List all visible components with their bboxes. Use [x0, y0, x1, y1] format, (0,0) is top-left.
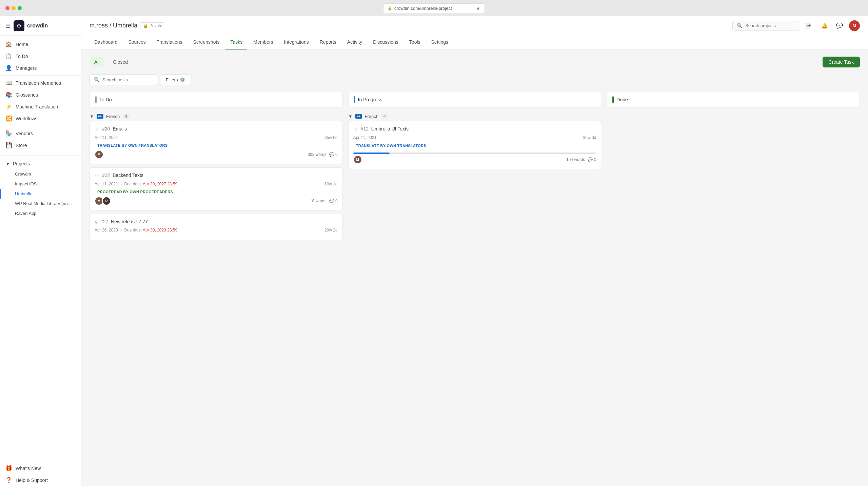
task-card-12[interactable]: ☆ #12 Umbrella UI Texts Apr 11, 2021 35w… — [348, 121, 601, 169]
filter-closed-button[interactable]: Closed — [108, 57, 133, 67]
hamburger-menu[interactable]: ☰ — [5, 23, 10, 29]
tasks-area: All Closed Create Task 🔍 Filters ⚙️ — [81, 50, 868, 486]
task-card-20[interactable]: ☆ #20 Emails Apr 11, 2021 35w 0d — [90, 121, 343, 164]
tab-translations[interactable]: Translations — [152, 35, 187, 49]
tab-tasks[interactable]: Tasks — [225, 35, 247, 49]
add-button[interactable]: ＋ — [804, 20, 815, 31]
language-group-french-todo: ▼ FR French 4 ☆ #20 Emails — [90, 112, 343, 240]
whats-new-icon: 🎁 — [5, 465, 12, 471]
project-crowdin[interactable]: Crowdin — [0, 169, 81, 179]
sidebar-item-whats-new[interactable]: 🎁 What's New — [0, 462, 81, 474]
task-27-title: #27 New release 7.77 — [100, 219, 148, 224]
filters-button[interactable]: Filters ⚙️ — [161, 74, 190, 85]
sidebar-label-machine-translation: Machine Translation — [16, 104, 58, 109]
sidebar-item-workflows[interactable]: 🔀 Workflows — [0, 113, 81, 124]
minimize-button[interactable] — [12, 6, 16, 10]
brand[interactable]: crowdin — [14, 20, 48, 31]
projects-collapse[interactable]: ▼ Projects — [0, 158, 81, 169]
tab-activity[interactable]: Activity — [342, 35, 367, 49]
sidebar-item-machine-translation[interactable]: ⚡ Machine Translation — [0, 101, 81, 113]
sidebar-item-todo[interactable]: 📋 To Do — [0, 50, 81, 62]
task-20-num: #20 — [102, 126, 110, 131]
task-12-num: #12 — [361, 126, 369, 131]
french-group-toggle[interactable]: ▼ FR French 4 — [90, 112, 343, 121]
task-22-date: Apr 11, 2021 → Due date: Apr 30, 2027 23… — [95, 182, 177, 186]
task-12-progress-bar — [353, 153, 596, 154]
column-todo-header: To Do — [90, 92, 343, 107]
todo-indicator — [95, 96, 97, 103]
project-umbrella[interactable]: Umbrella — [0, 189, 81, 199]
task-20-title: #20 Emails — [102, 126, 127, 131]
tab-tools[interactable]: Tools — [405, 35, 425, 49]
task-card-27[interactable]: # #27 New release 7.77 Apr 26, 2023 → Du… — [90, 214, 343, 240]
task-card-22[interactable]: ☆ #22 Backend Texts Apr 11, 2021 → Due d… — [90, 167, 343, 210]
brand-logo — [14, 20, 24, 31]
assignee-2-avatar: R — [102, 197, 111, 205]
task-12-progress-fill — [353, 153, 390, 154]
tab-screenshots[interactable]: Screenshots — [189, 35, 224, 49]
task-12-star[interactable]: ☆ — [353, 126, 358, 133]
bookmark-icon[interactable]: ★ — [476, 5, 480, 12]
column-in-progress: In Progress ▼ FR French 4 ☆ — [348, 92, 601, 244]
tasks-search-bar[interactable]: 🔍 — [90, 74, 157, 85]
project-raven-app[interactable]: Raven App — [0, 208, 81, 218]
sidebar: ☰ crowdin 🏠 Home 📋 To Do — [0, 16, 81, 486]
workflows-icon: 🔀 — [5, 115, 12, 122]
tab-members[interactable]: Members — [249, 35, 278, 49]
column-done-header: Done — [607, 92, 860, 107]
main-nav: 🏠 Home 📋 To Do 👤 Managers 📖 Translation … — [0, 36, 81, 154]
store-icon: 💾 — [5, 142, 12, 148]
url-text: crowdin.com/umbrella-project — [394, 6, 452, 11]
todo-icon: 📋 — [5, 53, 12, 59]
tab-settings[interactable]: Settings — [427, 35, 453, 49]
tasks-search-icon: 🔍 — [94, 77, 100, 82]
column-in-progress-header: In Progress — [348, 92, 601, 107]
sidebar-label-workflows: Workflows — [16, 116, 37, 121]
sidebar-label-todo: To Do — [16, 54, 28, 59]
sidebar-item-help-support[interactable]: ❓ Help & Support — [0, 474, 81, 486]
task-20-star[interactable]: ☆ — [95, 126, 99, 133]
tab-dashboard[interactable]: Dashboard — [90, 35, 122, 49]
column-in-progress-label: In Progress — [358, 97, 382, 102]
filter-all-button[interactable]: All — [90, 57, 104, 67]
project-wp-real-media[interactable]: WP Real Media Library (un… — [0, 199, 81, 208]
task-20-duration: 35w 0d — [324, 135, 338, 140]
tasks-search-input[interactable] — [102, 77, 159, 82]
sidebar-header: ☰ crowdin — [0, 16, 81, 36]
project-impact-ios[interactable]: Impact iOS — [0, 179, 81, 189]
french-task-count-2: 4 — [381, 114, 388, 119]
task-22-footer: PROOFREAD BY OWN PROOFREADERS — [95, 189, 338, 197]
create-task-button[interactable]: Create Task — [823, 57, 860, 67]
french-flag: FR — [97, 114, 103, 119]
project-search-bar[interactable]: 🔍 / — [732, 21, 800, 31]
search-icon: 🔍 — [737, 23, 743, 28]
messages-icon[interactable]: 💬 — [834, 20, 845, 31]
sidebar-item-translation-memories[interactable]: 📖 Translation Memories — [0, 77, 81, 89]
tab-reports[interactable]: Reports — [315, 35, 341, 49]
tab-sources[interactable]: Sources — [124, 35, 151, 49]
task-12-comments: 💬 0 — [588, 157, 596, 162]
maximize-button[interactable] — [18, 6, 22, 10]
french-progress-toggle[interactable]: ▼ FR French 4 — [348, 112, 601, 121]
url-bar[interactable]: 🔒 crowdin.com/umbrella-project ★ — [383, 3, 485, 13]
task-20-meta: Apr 11, 2021 35w 0d — [95, 135, 338, 140]
task-20-words: 303 words — [308, 152, 326, 157]
project-title: m.ross / Umbrella 🔒 Private — [90, 22, 165, 29]
project-search-input[interactable] — [745, 23, 802, 28]
notifications-icon[interactable]: 🔔 — [819, 20, 830, 31]
sidebar-item-store[interactable]: 💾 Store — [0, 139, 81, 151]
task-22-bottom: M R 10 words 💬 0 — [95, 197, 338, 205]
task-22-star[interactable]: ☆ — [95, 173, 99, 179]
tab-integrations[interactable]: Integrations — [279, 35, 314, 49]
tab-discussions[interactable]: Discussions — [368, 35, 403, 49]
sidebar-item-managers[interactable]: 👤 Managers — [0, 62, 81, 74]
sidebar-item-glossaries[interactable]: 📚 Glossaries — [0, 89, 81, 101]
task-12-words: 154 words — [566, 157, 585, 162]
sidebar-label-glossaries: Glossaries — [16, 92, 38, 98]
sidebar-item-home[interactable]: 🏠 Home — [0, 38, 81, 50]
close-button[interactable] — [5, 6, 9, 10]
task-12-bottom: M 154 words 💬 0 — [353, 155, 596, 164]
sidebar-item-vendors[interactable]: 🏪 Vendors — [0, 127, 81, 139]
user-avatar[interactable]: M — [849, 20, 860, 31]
task-27-star[interactable]: # — [95, 219, 98, 225]
